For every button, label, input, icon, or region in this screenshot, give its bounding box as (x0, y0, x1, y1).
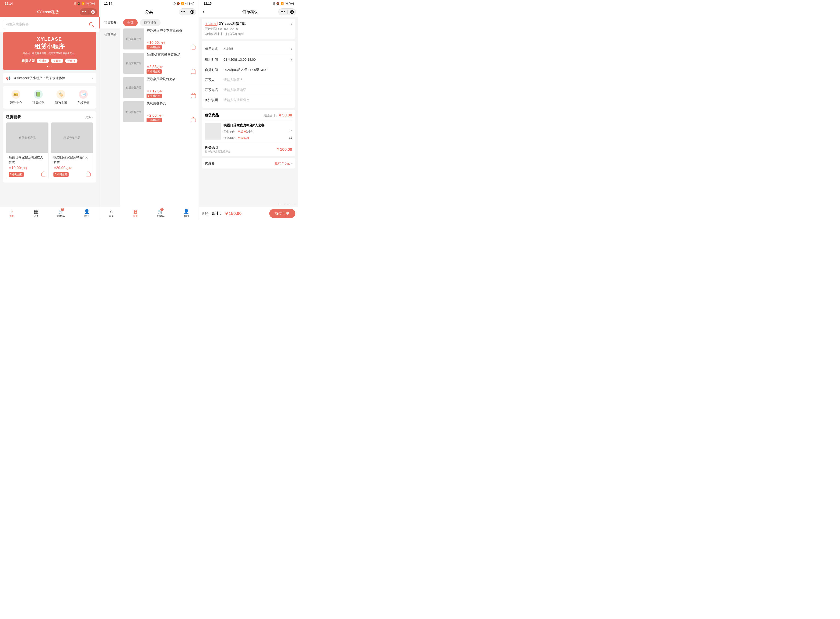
back-button[interactable]: ‹ (203, 9, 204, 15)
remark-input[interactable]: 请输入备注可留空 (224, 98, 292, 102)
row-time[interactable]: 租用时间03月20日 13:00-18:00› (205, 54, 292, 65)
add-cart-icon[interactable] (86, 173, 91, 176)
tab-bar: ⌂首页 ▦分类 🛒3租物车 👤我的 (99, 207, 198, 220)
min-hours-tag: 5 小时起租 (9, 172, 24, 177)
coupon-icon: 🎫 (12, 90, 20, 99)
add-cart-icon[interactable] (191, 118, 196, 122)
banner-type-label: 租赁类型 (22, 59, 35, 63)
carousel-dots: ● ○ ○ (6, 65, 93, 67)
section-packages: 租赁套餐 更多 › 租赁套餐产品 晚霞日落家庭房帐篷2人套餐 ￥10.00/小时… (3, 111, 96, 182)
tab-home[interactable]: ⌂首页 (109, 209, 114, 218)
product-card[interactable]: 租赁套餐产品 晚霞日落家庭房帐篷4人套餐 ￥20.00/小时 5 小时起租 (51, 122, 93, 179)
grid-icon: ▦ (34, 209, 38, 214)
type-pill[interactable]: 过夜租 (65, 58, 78, 63)
battery-icon: 80 (90, 2, 94, 5)
list-item-title: 烧烤用餐餐具 (146, 101, 196, 106)
sidebar-item-single[interactable]: 租赁单品 (99, 28, 120, 40)
menu-icon[interactable]: ••• (82, 10, 87, 14)
row-remark[interactable]: 备注说明请输入备注可留空 (205, 95, 292, 105)
add-cart-icon[interactable] (191, 94, 196, 98)
grid-icon: ▦ (133, 209, 138, 214)
type-pill[interactable]: 整日租 (51, 58, 63, 63)
tab-mine[interactable]: 👤我的 (84, 209, 90, 218)
list-item-price: ￥2.38/小时 (146, 65, 196, 69)
order-bottom-bar: 共1件 合计： ￥150.00 提交订单 (199, 207, 298, 220)
row-contact[interactable]: 联系人请输入联系人 (205, 75, 292, 85)
menu-icon[interactable]: ••• (280, 10, 285, 14)
tab-cart[interactable]: 🛒3租物车 (157, 209, 164, 218)
store-name: XYlease租赁门店 (219, 21, 246, 25)
add-cart-icon[interactable] (41, 173, 46, 176)
user-icon: 👤 (184, 209, 189, 214)
type-pill[interactable]: 小时租 (37, 58, 49, 63)
close-target-icon[interactable] (290, 10, 294, 14)
list-item[interactable]: 租赁套餐产品户外烤火炉冬季露营必备￥10.00/小时5 小时起租 (123, 28, 196, 49)
nfc-icon: ⓝ (173, 2, 176, 5)
list-item-price: ￥2.00/小时 (146, 114, 196, 118)
status-time: 12:14 (4, 1, 13, 5)
miniprogram-capsule[interactable]: ••• (179, 8, 196, 15)
add-cart-icon[interactable] (191, 46, 196, 49)
recharge-icon: ✉️ (79, 90, 88, 99)
watermark: BUILDADMIN (278, 203, 296, 206)
row-method[interactable]: 租用方式小时租› (205, 43, 292, 54)
deposit-summary: 押金合计订单结束后将退还押金 ￥100.00 (205, 143, 292, 153)
miniprogram-capsule[interactable]: ••• (80, 8, 97, 15)
tab-bar: ⌂首页 ▦分类 🛒3租物车 👤我的 (0, 207, 99, 220)
quick-nav: 🎫领券中心 📗租赁规则 🏷️我的收藏 ✉️在线充值 (3, 86, 96, 109)
filter-camping[interactable]: 露营设备 (140, 19, 161, 26)
wifi-icon: 📶 (280, 2, 284, 5)
tab-category[interactable]: ▦分类 (33, 209, 39, 218)
more-link[interactable]: 更多 › (85, 115, 93, 119)
nfc-icon: ⓝ (74, 2, 76, 5)
close-target-icon[interactable] (91, 10, 95, 14)
tab-cart[interactable]: 🛒3租物车 (57, 209, 65, 218)
home-icon: ⌂ (110, 209, 113, 214)
row-phone[interactable]: 联系电话请输入联系电话 (205, 85, 292, 95)
screen-category: 12:14 ⓝ🔕📶4G80 分类 ••• 租赁套餐 租赁单品 全部 露营设备 租… (99, 0, 199, 220)
cart-badge: 3 (160, 208, 164, 211)
list-item-image: 租赁套餐产品 (123, 53, 144, 74)
min-hours-tag: 5 小时起租 (146, 69, 162, 74)
form-card: 租用方式小时租› 租用时间03月20日 13:00-18:00› 自提时间202… (201, 41, 295, 108)
notice-bar[interactable]: 📢 XYlease租赁小程序上线了欢迎体验 › (3, 73, 96, 83)
menu-icon[interactable]: ••• (181, 10, 185, 14)
list-item-image: 租赁套餐产品 (123, 101, 144, 122)
list-item[interactable]: 租赁套餐产品烧烤用餐餐具￥2.00/小时5 小时起租 (123, 101, 196, 122)
quick-recharge[interactable]: ✉️在线充值 (77, 90, 90, 105)
list-item[interactable]: 租赁套餐产品5m串灯露营帐篷装饰品￥2.38/小时5 小时起租 (123, 53, 196, 74)
phone-input[interactable]: 请输入联系电话 (224, 88, 292, 92)
close-target-icon[interactable] (190, 10, 194, 14)
chevron-right-icon: › (291, 21, 292, 26)
tab-home[interactable]: ⌂首页 (9, 209, 15, 218)
quick-coupon[interactable]: 🎫领券中心 (10, 90, 22, 105)
list-item[interactable]: 租赁套餐产品蛋卷桌露营烧烤必备￥7.17/小时5 小时起租 (123, 77, 196, 98)
deposit-total: ￥100.00 (276, 147, 292, 152)
quick-rules[interactable]: 📗租赁规则 (32, 90, 44, 105)
rent-item-title: 晚霞日落家庭房帐篷2人套餐 (224, 123, 292, 127)
rent-item: 晚霞日落家庭房帐篷2人套餐 租金单价：￥10.00/小时x5 押金单价：￥100… (205, 120, 292, 143)
list-item-image: 租赁套餐产品 (123, 77, 144, 98)
search-icon[interactable] (89, 22, 93, 26)
chevron-right-icon: › (291, 46, 292, 51)
contact-input[interactable]: 请输入联系人 (224, 78, 292, 82)
product-card[interactable]: 租赁套餐产品 晚霞日落家庭房帐篷2人套餐 ￥10.00/小时 5 小时起租 (6, 122, 49, 179)
quick-favorites[interactable]: 🏷️我的收藏 (55, 90, 67, 105)
miniprogram-capsule[interactable]: ••• (278, 8, 296, 15)
store-card[interactable]: 门店自提XYlease租赁门店 开放时间：09:00 - 22:00 湖南株洲未… (201, 19, 295, 39)
wifi-icon: 📶 (81, 2, 85, 5)
sidebar-item-packages[interactable]: 租赁套餐 (99, 17, 120, 28)
coupon-card[interactable]: 优惠券： 抵扣￥0元 › (201, 158, 295, 169)
filter-all[interactable]: 全部 (123, 19, 138, 26)
promo-banner[interactable]: XYLEASE 租赁小程序 商品线上租赁押金保障，提高管理效率和资金安全。 租赁… (3, 32, 96, 70)
tab-mine[interactable]: 👤我的 (184, 209, 189, 218)
tab-category[interactable]: ▦分类 (133, 209, 138, 218)
signal-icon: 4G (86, 2, 89, 5)
search-input[interactable]: 请输入搜索内容 (3, 19, 96, 29)
product-image: 租赁套餐产品 (6, 123, 48, 153)
page-header: ‹ 订单确认 ••• (199, 7, 298, 17)
store-address: 湖南株洲未来云门店详细地址 (205, 32, 244, 36)
add-cart-icon[interactable] (191, 70, 196, 74)
submit-order-button[interactable]: 提交订单 (269, 209, 295, 218)
deposit-qty: x1 (289, 136, 292, 140)
